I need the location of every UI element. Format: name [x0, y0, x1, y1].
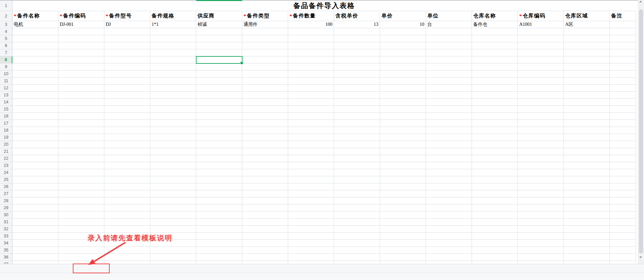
empty-cell[interactable]: [58, 219, 104, 226]
empty-cell[interactable]: [334, 183, 380, 190]
data-cell[interactable]: A1001: [518, 21, 564, 28]
data-cell[interactable]: 桢诚: [196, 21, 242, 28]
empty-cell[interactable]: [518, 127, 564, 134]
empty-cell[interactable]: [288, 261, 334, 264]
empty-cell[interactable]: [610, 127, 636, 134]
selection-box[interactable]: [196, 56, 243, 64]
empty-cell[interactable]: [242, 219, 288, 226]
column-header-cell[interactable]: 含税单价: [334, 11, 380, 21]
empty-cell[interactable]: [58, 35, 104, 42]
empty-cell[interactable]: [104, 92, 150, 99]
empty-cell[interactable]: [564, 261, 610, 264]
empty-cell[interactable]: [380, 92, 426, 99]
empty-cell[interactable]: [564, 155, 610, 162]
empty-cell[interactable]: [104, 120, 150, 127]
empty-cell[interactable]: [564, 247, 610, 254]
empty-cell[interactable]: [242, 169, 288, 176]
empty-cell[interactable]: [150, 261, 196, 264]
empty-cell[interactable]: [380, 190, 426, 197]
data-cell[interactable]: 通用件: [242, 21, 288, 28]
empty-cell[interactable]: [150, 63, 196, 71]
empty-cell[interactable]: [58, 155, 104, 162]
empty-cell[interactable]: [334, 176, 380, 183]
empty-cell[interactable]: [242, 204, 288, 212]
row-header[interactable]: 3: [0, 21, 12, 28]
row-header[interactable]: 20: [0, 141, 12, 148]
title-cell[interactable]: 备品备件导入表格: [12, 1, 636, 11]
empty-cell[interactable]: [150, 71, 196, 78]
empty-cell[interactable]: [564, 134, 610, 141]
empty-cell[interactable]: [288, 176, 334, 183]
empty-cell[interactable]: [12, 141, 58, 148]
empty-cell[interactable]: [564, 71, 610, 78]
empty-cell[interactable]: [242, 120, 288, 127]
empty-cell[interactable]: [58, 212, 104, 219]
empty-cell[interactable]: [472, 106, 518, 113]
empty-cell[interactable]: [242, 197, 288, 204]
empty-cell[interactable]: [426, 169, 472, 176]
empty-cell[interactable]: [564, 190, 610, 197]
empty-cell[interactable]: [196, 212, 242, 219]
empty-cell[interactable]: [150, 35, 196, 42]
empty-cell[interactable]: [518, 254, 564, 261]
empty-cell[interactable]: [12, 169, 58, 176]
empty-cell[interactable]: [12, 219, 58, 226]
row-header[interactable]: 13: [0, 92, 12, 99]
data-cell[interactable]: 100: [288, 21, 334, 28]
empty-cell[interactable]: [334, 134, 380, 141]
empty-cell[interactable]: [150, 212, 196, 219]
empty-cell[interactable]: [58, 134, 104, 141]
empty-cell[interactable]: [12, 134, 58, 141]
row-header[interactable]: 19: [0, 134, 12, 141]
empty-cell[interactable]: [472, 113, 518, 120]
empty-cell[interactable]: [150, 219, 196, 226]
empty-cell[interactable]: [472, 127, 518, 134]
empty-cell[interactable]: [472, 204, 518, 212]
empty-cell[interactable]: [12, 247, 58, 254]
empty-cell[interactable]: [518, 162, 564, 169]
empty-cell[interactable]: [288, 219, 334, 226]
empty-cell[interactable]: [564, 219, 610, 226]
row-header[interactable]: 7: [0, 49, 12, 56]
empty-cell[interactable]: [288, 127, 334, 134]
empty-cell[interactable]: [518, 219, 564, 226]
empty-cell[interactable]: [426, 254, 472, 261]
empty-cell[interactable]: [104, 176, 150, 183]
empty-cell[interactable]: [380, 169, 426, 176]
empty-cell[interactable]: [610, 254, 636, 261]
empty-cell[interactable]: [380, 197, 426, 204]
empty-cell[interactable]: [150, 92, 196, 99]
empty-cell[interactable]: [564, 113, 610, 120]
column-header-cell[interactable]: *备件编码: [58, 11, 104, 21]
empty-cell[interactable]: [564, 56, 610, 63]
empty-cell[interactable]: [426, 176, 472, 183]
empty-cell[interactable]: [12, 56, 58, 63]
empty-cell[interactable]: [104, 85, 150, 92]
empty-cell[interactable]: [380, 254, 426, 261]
empty-cell[interactable]: [610, 219, 636, 226]
empty-cell[interactable]: [564, 42, 610, 49]
empty-cell[interactable]: [58, 71, 104, 78]
empty-cell[interactable]: [104, 28, 150, 35]
empty-cell[interactable]: [518, 120, 564, 127]
empty-cell[interactable]: [380, 56, 426, 63]
row-header[interactable]: 24: [0, 169, 12, 176]
empty-cell[interactable]: [196, 106, 242, 113]
empty-cell[interactable]: [242, 113, 288, 120]
empty-cell[interactable]: [242, 49, 288, 56]
empty-cell[interactable]: [58, 127, 104, 134]
empty-cell[interactable]: [58, 162, 104, 169]
empty-cell[interactable]: [472, 148, 518, 155]
empty-cell[interactable]: [426, 120, 472, 127]
empty-cell[interactable]: [196, 148, 242, 155]
empty-cell[interactable]: [472, 56, 518, 63]
empty-cell[interactable]: [426, 190, 472, 197]
row-header[interactable]: 26: [0, 183, 12, 190]
empty-cell[interactable]: [242, 28, 288, 35]
empty-cell[interactable]: [58, 148, 104, 155]
row-header[interactable]: 16: [0, 113, 12, 120]
data-cell[interactable]: A区: [564, 21, 610, 28]
empty-cell[interactable]: [288, 42, 334, 49]
empty-cell[interactable]: [12, 148, 58, 155]
row-header[interactable]: 34: [0, 240, 12, 247]
